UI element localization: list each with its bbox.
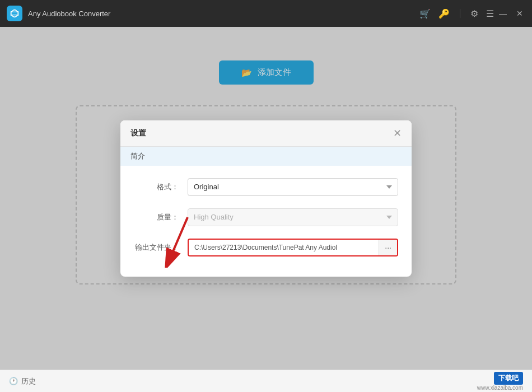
section-label: 简介 xyxy=(130,152,145,160)
output-folder-input-wrap: ··· xyxy=(188,239,398,256)
titlebar: Any Audiobook Converter 🛒 🔑 ⚙ ☰ — ✕ xyxy=(0,0,532,27)
watermark-badge: 下载吧 xyxy=(494,372,523,385)
settings-icon[interactable]: ⚙ xyxy=(470,8,478,19)
dialog-overlay: 设置 ✕ 简介 格式： Original MP3 AAC FLAC xyxy=(0,27,532,370)
output-folder-row: 输出文件夹： ··· xyxy=(120,235,412,260)
dialog-close-button[interactable]: ✕ xyxy=(393,128,402,138)
history-icon: 🕐 xyxy=(9,377,18,385)
key-icon[interactable]: 🔑 xyxy=(438,8,450,19)
quality-row: 质量： High Quality Medium Quality Low Qual… xyxy=(120,205,412,230)
dialog-header: 设置 ✕ xyxy=(120,120,412,147)
bottom-bar: 🕐 历史 下载吧 www.xiazaiba.com xyxy=(0,370,532,392)
format-label: 格式： xyxy=(134,182,179,192)
browse-icon: ··· xyxy=(385,243,391,252)
output-folder-label: 输出文件夹： xyxy=(134,242,179,253)
dialog-section-header: 简介 xyxy=(120,147,412,166)
format-select[interactable]: Original MP3 AAC FLAC WAV xyxy=(188,178,398,196)
history-label: 历史 xyxy=(21,376,36,386)
icon-divider xyxy=(460,9,460,18)
browse-button[interactable]: ··· xyxy=(379,240,397,255)
format-row: 格式： Original MP3 AAC FLAC WAV xyxy=(120,175,412,199)
quality-select[interactable]: High Quality Medium Quality Low Quality xyxy=(188,208,398,226)
menu-icon[interactable]: ☰ xyxy=(486,8,494,19)
history-button[interactable]: 🕐 历史 xyxy=(9,376,36,386)
main-content: 📂 添加文件 或将文件拖放到此处 设置 ✕ 简介 格式： xyxy=(0,27,532,370)
titlebar-action-icons: 🛒 🔑 ⚙ ☰ xyxy=(419,8,494,19)
app-logo xyxy=(7,6,22,21)
dialog-body: 简介 格式： Original MP3 AAC FLAC WAV 质量： xyxy=(120,147,412,277)
quality-label: 质量： xyxy=(134,212,179,222)
dialog-title: 设置 xyxy=(130,128,146,138)
app-title: Any Audiobook Converter xyxy=(28,10,419,18)
minimize-button[interactable]: — xyxy=(497,8,508,19)
window-controls: — ✕ xyxy=(497,8,525,19)
cart-icon[interactable]: 🛒 xyxy=(419,8,431,19)
close-button[interactable]: ✕ xyxy=(514,8,525,19)
settings-dialog: 设置 ✕ 简介 格式： Original MP3 AAC FLAC xyxy=(120,120,412,277)
watermark-url: www.xiazaiba.com xyxy=(477,385,523,391)
output-folder-input[interactable] xyxy=(189,240,379,255)
